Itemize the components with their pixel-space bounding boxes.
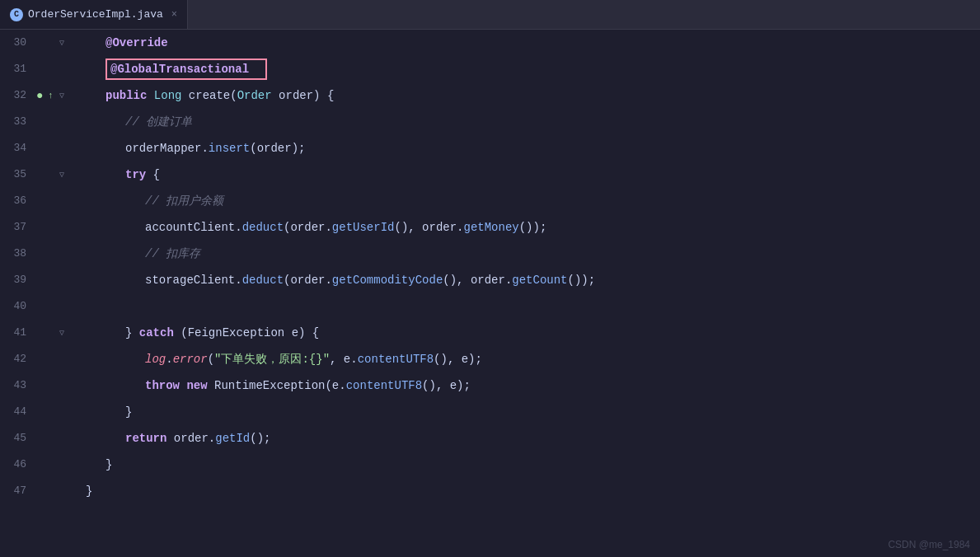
run-icon[interactable]: ↑ bbox=[48, 91, 54, 101]
code-line bbox=[66, 293, 980, 320]
line-number: 47 bbox=[0, 478, 36, 504]
line-number: 33 bbox=[0, 109, 36, 135]
table-row: 44} bbox=[0, 399, 980, 425]
line-number: 41 bbox=[0, 320, 36, 346]
code-line: return order.getId(); bbox=[66, 425, 980, 452]
code-line: @GlobalTransactional bbox=[66, 56, 980, 82]
table-row: 43throw new RuntimeException(e.contentUT… bbox=[0, 372, 980, 399]
tab-label: OrderServiceImpl.java bbox=[28, 8, 163, 21]
table-row: 42log.error("下单失败，原因:{}", e.contentUTF8(… bbox=[0, 346, 980, 372]
line-number: 46 bbox=[0, 452, 36, 478]
fold-icon[interactable]: ▽ bbox=[59, 91, 64, 101]
annotation-highlight-box: @GlobalTransactional bbox=[106, 59, 267, 80]
file-tab[interactable]: C OrderServiceImpl.java × bbox=[0, 0, 188, 29]
code-line: orderMapper.insert(order); bbox=[66, 135, 980, 161]
editor-window: C OrderServiceImpl.java × 30▽@Override31… bbox=[0, 0, 980, 557]
table-row: 31@GlobalTransactional bbox=[0, 56, 980, 82]
editor-area: 30▽@Override31@GlobalTransactional32●↑▽p… bbox=[0, 30, 980, 557]
line-number: 31 bbox=[0, 56, 36, 82]
fold-icon[interactable]: ▽ bbox=[59, 328, 64, 338]
line-number: 38 bbox=[0, 241, 36, 267]
code-line: throw new RuntimeException(e.contentUTF8… bbox=[66, 372, 980, 399]
code-line: // 扣库存 bbox=[66, 241, 980, 267]
tab-close-button[interactable]: × bbox=[171, 9, 177, 21]
table-row: 32●↑▽public Long create(Order order) { bbox=[0, 82, 980, 109]
code-line: } bbox=[66, 399, 980, 425]
table-row: 38// 扣库存 bbox=[0, 241, 980, 267]
line-number: 40 bbox=[0, 293, 36, 320]
code-line: // 扣用户余额 bbox=[66, 188, 980, 214]
fold-icon[interactable]: ▽ bbox=[59, 170, 64, 180]
code-line: } bbox=[66, 452, 980, 478]
table-row: 35▽try { bbox=[0, 161, 980, 188]
line-number: 35 bbox=[0, 161, 36, 188]
line-number: 43 bbox=[0, 372, 36, 399]
line-number: 30 bbox=[0, 30, 36, 56]
line-number: 32 bbox=[0, 82, 36, 109]
line-number: 39 bbox=[0, 267, 36, 293]
breakpoint-icon[interactable]: ● bbox=[36, 89, 43, 102]
code-line: } catch (FeignException e) { bbox=[66, 320, 980, 346]
table-row: 36// 扣用户余额 bbox=[0, 188, 980, 214]
table-row: 47} bbox=[0, 478, 980, 504]
line-number: 37 bbox=[0, 214, 36, 241]
code-line: storageClient.deduct(order.getCommodityC… bbox=[66, 267, 980, 293]
watermark: CSDN @me_1984 bbox=[888, 539, 970, 550]
code-line: } bbox=[66, 478, 980, 504]
tab-bar: C OrderServiceImpl.java × bbox=[0, 0, 980, 30]
code-line: // 创建订单 bbox=[66, 109, 980, 135]
line-number: 42 bbox=[0, 346, 36, 372]
line-number: 45 bbox=[0, 425, 36, 452]
code-content[interactable]: 30▽@Override31@GlobalTransactional32●↑▽p… bbox=[0, 30, 980, 557]
line-number: 36 bbox=[0, 188, 36, 214]
line-number: 34 bbox=[0, 135, 36, 161]
table-row: 33// 创建订单 bbox=[0, 109, 980, 135]
line-number: 44 bbox=[0, 399, 36, 425]
fold-icon[interactable]: ▽ bbox=[59, 38, 64, 48]
table-row: 40 bbox=[0, 293, 980, 320]
table-row: 41▽} catch (FeignException e) { bbox=[0, 320, 980, 346]
code-line: public Long create(Order order) { bbox=[66, 82, 980, 109]
code-line: accountClient.deduct(order.getUserId(), … bbox=[66, 214, 980, 241]
table-row: 39storageClient.deduct(order.getCommodit… bbox=[0, 267, 980, 293]
table-row: 30▽@Override bbox=[0, 30, 980, 56]
code-line: @Override bbox=[66, 30, 980, 56]
file-type-icon: C bbox=[10, 8, 23, 21]
table-row: 34orderMapper.insert(order); bbox=[0, 135, 980, 161]
code-line: log.error("下单失败，原因:{}", e.contentUTF8(),… bbox=[66, 346, 980, 372]
table-row: 37accountClient.deduct(order.getUserId()… bbox=[0, 214, 980, 241]
code-line: try { bbox=[66, 161, 980, 188]
table-row: 45return order.getId(); bbox=[0, 425, 980, 452]
table-row: 46} bbox=[0, 452, 980, 478]
